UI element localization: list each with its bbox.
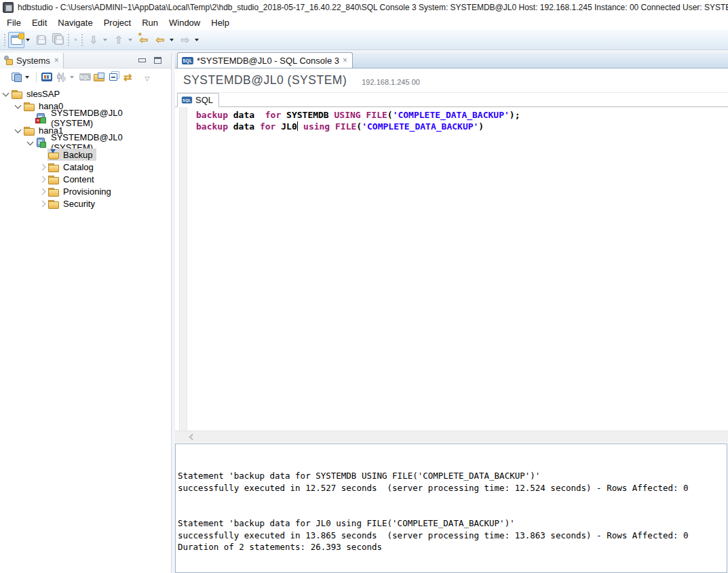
- sql-console-button[interactable]: [78, 70, 92, 85]
- systems-view-icon: [3, 56, 13, 65]
- menu-item[interactable]: Project: [98, 16, 136, 29]
- tree-item-content: Catalog: [47, 161, 98, 173]
- results-panel: Statement 'backup data for SYSTEMDB USIN…: [175, 443, 727, 573]
- configuration-button[interactable]: [54, 70, 68, 85]
- link-with-editor-button[interactable]: [121, 70, 134, 85]
- tree-expander-icon[interactable]: [37, 186, 47, 197]
- systems-tree: slesSAP hana0: [0, 85, 171, 573]
- tree-item[interactable]: SYSTEMDB@JL0 (SYSTEM): [0, 136, 171, 149]
- tree-item-label: Catalog: [62, 162, 95, 172]
- tree-item[interactable]: Catalog: [0, 161, 171, 173]
- view-menu-icon: [145, 71, 150, 83]
- hdbstudio-app-icon: [3, 2, 14, 13]
- tab-sql-console-3[interactable]: *SYSTEMDB@JL0 - SQL Console 3: [177, 52, 353, 68]
- menu-item[interactable]: Edit: [26, 16, 52, 29]
- tree-item-label: Content: [62, 174, 96, 184]
- main-toolbar: [0, 30, 728, 50]
- connection-host: 192.168.1.245 00: [362, 75, 420, 86]
- sql-badge-icon: [182, 57, 193, 64]
- editor-panel: *SYSTEMDB@JL0 - SQL Console 3 SYSTEMDB@J…: [175, 53, 728, 573]
- tree-item-icon: [47, 161, 60, 172]
- menu-item[interactable]: File: [1, 16, 26, 29]
- back-dropdown-icon[interactable]: [170, 39, 174, 41]
- tree-item-icon: [23, 125, 35, 136]
- collapse-all-button[interactable]: [107, 70, 120, 85]
- sql-code-line[interactable]: backup data for JL0 using FILE('COMPLETE…: [196, 121, 728, 132]
- menu-item[interactable]: Help: [206, 16, 235, 29]
- configuration-icon: [57, 73, 65, 82]
- administration-console-button[interactable]: [40, 70, 54, 85]
- previous-annotation-icon: [115, 35, 123, 45]
- systems-tabstrip: Systems: [0, 53, 171, 68]
- menu-item[interactable]: Run: [136, 16, 164, 29]
- collapse-all-icon: [109, 73, 117, 81]
- sql-editor-body: backup data for SYSTEMDB USING FILE('COM…: [175, 107, 728, 431]
- tab-systems[interactable]: Systems: [0, 53, 64, 68]
- tree-item-content: Security: [47, 197, 99, 210]
- back-button[interactable]: [152, 32, 168, 48]
- new-sql-console-dropdown-icon[interactable]: [26, 39, 30, 41]
- next-annotation-button[interactable]: [85, 32, 102, 48]
- tree-expander-icon[interactable]: [12, 125, 23, 136]
- tree-item[interactable]: SYSTEMDB@JL0 (SYSTEM): [0, 112, 171, 124]
- tree-expander-icon[interactable]: [12, 100, 23, 111]
- close-icon[interactable]: [343, 56, 347, 64]
- result-line: Duration of 2 statements: 26.393 seconds: [178, 541, 727, 553]
- tree-expander-icon[interactable]: [24, 113, 35, 123]
- workbench-area: Systems: [0, 50, 728, 573]
- close-icon[interactable]: [54, 56, 59, 64]
- toolbar-separator: [36, 72, 37, 83]
- tab-sql[interactable]: SQL: [177, 93, 219, 107]
- editor-tab-label: *SYSTEMDB@JL0 - SQL Console 3: [197, 56, 339, 66]
- save-button[interactable]: [33, 32, 50, 48]
- scroll-left-icon[interactable]: [189, 434, 196, 441]
- configuration-dropdown-icon[interactable]: [70, 76, 74, 79]
- menu-item[interactable]: Window: [164, 16, 206, 29]
- toolbar-drag-handle[interactable]: [4, 34, 6, 46]
- connection-title: SYSTEMDB@JL0 (SYSTEM): [183, 73, 347, 87]
- tree-item[interactable]: Content: [0, 173, 171, 185]
- tree-expander-icon[interactable]: [37, 198, 47, 209]
- sql-code-line[interactable]: backup data for SYSTEMDB USING FILE('COM…: [196, 109, 728, 121]
- tree-item-label: Security: [62, 199, 96, 209]
- previous-annotation-dropdown-icon[interactable]: [128, 39, 132, 41]
- tree-expander-icon[interactable]: [37, 174, 47, 184]
- sql-code-area[interactable]: backup data for SYSTEMDB USING FILE('COM…: [187, 107, 728, 431]
- tree-expander-icon[interactable]: [37, 149, 47, 160]
- save-all-button[interactable]: [50, 32, 66, 48]
- tree-item-label: slesSAP: [25, 89, 61, 99]
- tree-item[interactable]: Provisioning: [0, 185, 171, 197]
- new-sql-console-button[interactable]: [8, 32, 24, 48]
- toolbar-separator: [68, 34, 70, 46]
- next-annotation-dropdown-icon[interactable]: [103, 39, 107, 41]
- systems-panel: Systems: [0, 53, 172, 573]
- tree-item-content: Provisioning: [47, 185, 115, 197]
- add-system-icon: [12, 73, 22, 82]
- tree-item-icon: [47, 174, 60, 184]
- minimize-icon[interactable]: [138, 58, 146, 62]
- results-log[interactable]: Statement 'backup data for SYSTEMDB USIN…: [176, 444, 727, 553]
- tree-item[interactable]: Security: [0, 197, 171, 210]
- tree-item-label: SYSTEMDB@JL0 (SYSTEM): [50, 108, 168, 128]
- tree-item-icon: [11, 88, 23, 99]
- forward-dropdown-icon[interactable]: [195, 39, 199, 41]
- tree-item[interactable]: slesSAP: [0, 87, 171, 100]
- find-system-button[interactable]: [92, 70, 106, 85]
- result-line: [178, 506, 727, 518]
- tree-item-label: Backup: [62, 150, 94, 160]
- view-menu-button[interactable]: [140, 70, 154, 85]
- tree-item-content: Content: [47, 173, 98, 185]
- editor-header: SYSTEMDB@JL0 (SYSTEM) 192.168.1.245 00: [175, 68, 728, 93]
- add-system-dropdown-icon[interactable]: [25, 76, 29, 79]
- result-line: successfully executed in 12.527 seconds …: [178, 482, 727, 494]
- tree-expander-icon[interactable]: [0, 88, 11, 99]
- maximize-icon[interactable]: [154, 57, 161, 64]
- add-system-button[interactable]: [9, 70, 23, 85]
- editor-horizontal-scrollbar[interactable]: [175, 431, 728, 443]
- tree-expander-icon[interactable]: [24, 137, 35, 148]
- menu-item[interactable]: Navigate: [52, 16, 98, 29]
- forward-button[interactable]: [177, 32, 193, 48]
- last-edit-location-button[interactable]: [136, 32, 152, 48]
- previous-annotation-button[interactable]: [111, 32, 127, 48]
- tree-expander-icon[interactable]: [37, 161, 47, 172]
